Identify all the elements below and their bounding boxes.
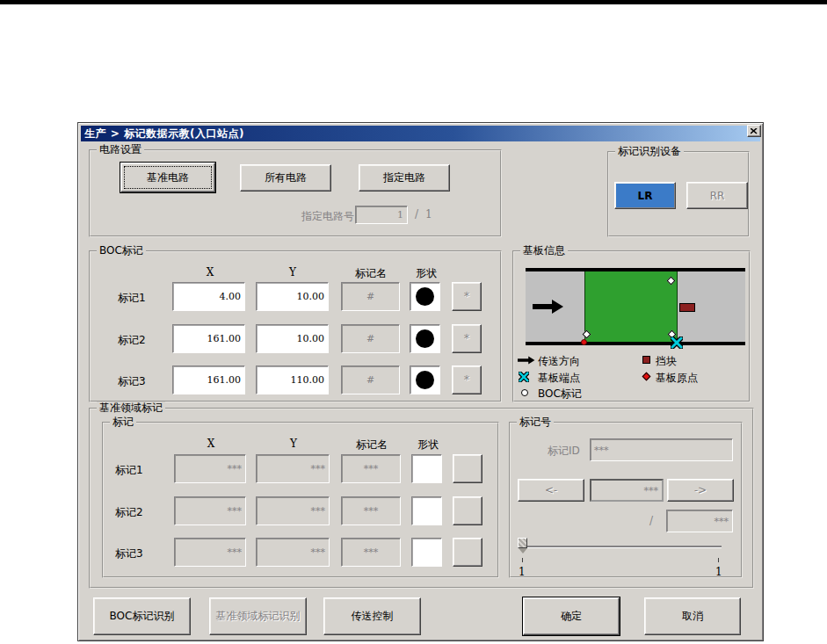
board-origin-icon <box>642 373 651 381</box>
legend-stopper-label: 挡块 <box>656 354 677 369</box>
boc-row2-action-button: * <box>452 324 482 353</box>
board-endpoint-icon <box>519 372 529 382</box>
boc-row1-x-field[interactable]: 4.00 <box>172 282 245 311</box>
legend-origin-label: 基板原点 <box>656 371 698 386</box>
boc-row3-shape-box[interactable] <box>410 365 440 394</box>
mark-data-teaching-dialog: 生产 > 标记数据示教(入口站点) 电路设置 基准电路 所有电路 指定电路 指定… <box>77 122 764 641</box>
boc-mark-icon <box>521 389 528 396</box>
current-mark-field: *** <box>590 479 664 502</box>
boc-header-shape: 形状 <box>403 266 449 281</box>
ref-row3-label: 标记3 <box>115 546 143 561</box>
legend-row-2: 基板端点 基板原点 <box>514 371 747 383</box>
boc-marks-label: BOC标记 <box>97 244 146 257</box>
boc-mark-recognize-button[interactable]: BOC标记识别 <box>93 597 191 635</box>
boc-row2-shape-box[interactable] <box>410 324 440 353</box>
mark-shape-circle-icon <box>416 371 434 389</box>
ref-row2-shape-box <box>411 496 442 525</box>
ref-row3-action-button <box>453 538 482 567</box>
legend-direction-label: 传送方向 <box>538 354 580 369</box>
mark-recognition-device-group: 标记识别设备 LR RR <box>607 151 750 237</box>
slider-thumb-body <box>518 538 527 548</box>
reference-marks-subgroup: 标记 X Y 标记名 形状 标记1 *** *** *** 标记2 *** **… <box>102 422 499 578</box>
titlebar[interactable]: 生产 > 标记数据示教(入口站点) <box>81 126 760 141</box>
boc-row3-label: 标记3 <box>118 374 146 389</box>
circuit-number-total: 1 <box>425 208 432 221</box>
legend-row-1: 传送方向 挡块 <box>514 354 747 366</box>
boc-row2-x-field[interactable]: 161.00 <box>172 324 245 353</box>
ref-area-mark-recognize-button: 基准领域标记识别 <box>209 597 307 635</box>
legend-endpoint-label: 基板端点 <box>538 371 580 386</box>
boc-row1-name-field: # <box>341 282 400 311</box>
ref-row3-shape-box <box>411 538 442 567</box>
lr-button[interactable]: LR <box>614 182 676 209</box>
ok-button[interactable]: 确定 <box>523 597 620 635</box>
boc-row2-label: 标记2 <box>118 333 146 348</box>
slider-tick-max <box>718 558 719 562</box>
close-button[interactable] <box>747 125 761 137</box>
mark-shape-circle-icon <box>416 287 434 306</box>
boc-row2-y-field[interactable]: 10.00 <box>256 324 329 353</box>
boc-header-x: X <box>175 266 245 279</box>
ref-row2-label: 标记2 <box>115 505 143 520</box>
board-diagram <box>526 268 745 345</box>
ref-header-y: Y <box>258 438 330 450</box>
mark-id-label: 标记ID <box>548 444 580 459</box>
boc-row3-y-field[interactable]: 110.00 <box>256 365 329 394</box>
mark-shape-circle-icon <box>416 329 434 348</box>
ref-row1-name-field: *** <box>341 454 401 483</box>
boc-row1-y-field[interactable]: 10.00 <box>256 282 329 311</box>
page-top-rule <box>0 0 827 4</box>
ref-header-name: 标记名 <box>343 438 401 452</box>
legend-row-3: BOC标记 <box>514 387 747 399</box>
mark-id-field: *** <box>590 438 733 461</box>
boc-row3-x-field[interactable]: 161.00 <box>172 365 245 394</box>
boc-marks-group: BOC标记 X Y 标记名 形状 标记1 4.00 10.00 # * 标记2 … <box>89 250 502 402</box>
ref-row1-x-field: *** <box>174 454 246 483</box>
ref-row3-y-field: *** <box>256 538 330 567</box>
cancel-button[interactable]: 取消 <box>644 597 741 635</box>
slider-max-label: 1 <box>715 566 722 578</box>
mark-number-group: 标记号 标记ID *** <- *** -> / *** 1 1 <box>509 422 743 578</box>
specify-circuit-button[interactable]: 指定电路 <box>359 164 450 192</box>
conveyor-direction-arrow-icon <box>533 300 564 314</box>
specified-circuit-number-label: 指定电路号 <box>301 209 354 224</box>
conveyor-direction-arrow-icon <box>518 356 535 365</box>
boc-row3-action-button: * <box>452 365 482 394</box>
board-rect <box>584 271 678 342</box>
slider-min-label: 1 <box>519 566 526 578</box>
boc-header-y: Y <box>258 266 328 279</box>
total-marks-field: *** <box>666 510 733 532</box>
slider-thumb-point <box>519 548 527 554</box>
transfer-control-button[interactable]: 传送控制 <box>323 597 421 635</box>
ref-header-x: X <box>176 438 246 450</box>
mark-slider-track[interactable] <box>520 546 722 547</box>
legend-boc-label: BOC标记 <box>538 387 582 402</box>
ref-row2-y-field: *** <box>256 496 330 525</box>
stopper-icon <box>679 303 695 312</box>
window-title: 生产 > 标记数据示教(入口站点) <box>84 127 244 141</box>
mark-slider-thumb[interactable] <box>518 538 527 554</box>
board-info-group: 基板信息 传送方向 挡块 <box>512 250 751 402</box>
conveyor-rail-bottom <box>526 342 745 345</box>
boc-row1-label: 标记1 <box>118 291 146 306</box>
board-info-label: 基板信息 <box>520 244 568 257</box>
ref-row1-y-field: *** <box>256 454 330 483</box>
mark-count-slash: / <box>649 515 653 527</box>
specified-circuit-number-field: 1 <box>355 206 408 224</box>
ref-header-shape: 形状 <box>406 438 450 452</box>
circuit-number-slash: / <box>415 208 418 221</box>
ref-row1-action-button <box>453 454 482 483</box>
reference-marks-sublabel: 标记 <box>110 416 136 428</box>
boc-row3-name-field: # <box>341 365 400 394</box>
close-icon <box>751 128 758 134</box>
mark-recognition-device-label: 标记识别设备 <box>615 145 684 157</box>
ref-row1-label: 标记1 <box>115 463 143 478</box>
boc-row2-name-field: # <box>341 324 400 353</box>
circuit-settings-group: 电路设置 基准电路 所有电路 指定电路 指定电路号 1 / 1 <box>89 149 502 237</box>
all-circuits-button[interactable]: 所有电路 <box>240 164 331 192</box>
prev-mark-button: <- <box>518 479 584 502</box>
rr-button: RR <box>686 182 748 209</box>
base-circuit-button[interactable]: 基准电路 <box>120 163 215 192</box>
board-origin-icon <box>581 339 587 345</box>
boc-row1-shape-box[interactable] <box>410 282 440 311</box>
